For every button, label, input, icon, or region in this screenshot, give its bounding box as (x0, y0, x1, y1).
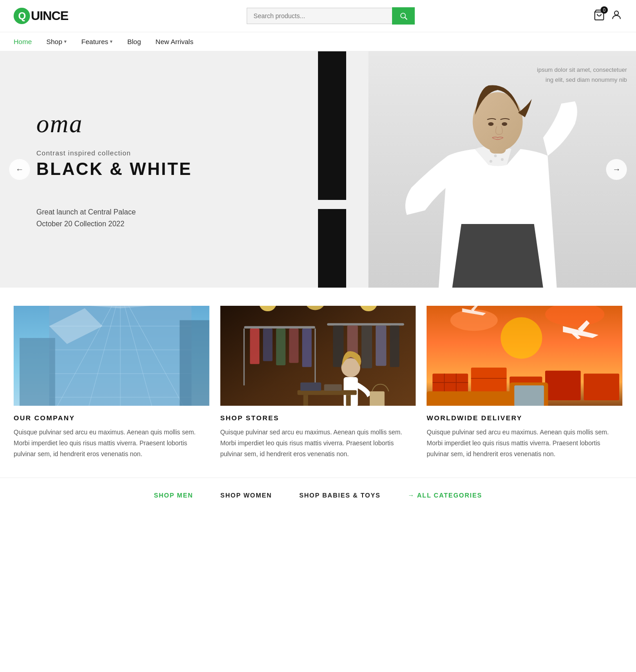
svg-rect-63 (545, 371, 581, 400)
nav-item-home[interactable]: Home (14, 38, 32, 45)
nav-item-new-arrivals[interactable]: New Arrivals (155, 38, 193, 45)
svg-rect-39 (276, 329, 285, 365)
info-card-stores: SHOP STORES Quisque pulvinar sed arcu eu… (220, 306, 416, 459)
building-illustration (14, 306, 209, 406)
search-icon (399, 12, 407, 20)
stores-text: Quisque pulvinar sed arcu eu maximus. Ae… (220, 427, 416, 459)
svg-point-6 (501, 158, 503, 161)
svg-rect-26 (179, 320, 209, 406)
svg-rect-53 (346, 395, 350, 406)
hero-bar-short (318, 209, 346, 288)
svg-rect-64 (584, 373, 619, 400)
info-card-company: OUR COMPANY Quisque pulvinar sed arcu eu… (14, 306, 209, 459)
delivery-title: WORLDWIDE DELIVERY (427, 414, 622, 422)
svg-rect-54 (300, 383, 321, 391)
shop-illustration (220, 306, 416, 406)
search-bar (247, 7, 415, 25)
company-image (14, 306, 209, 406)
svg-rect-51 (297, 390, 357, 395)
stores-image (220, 306, 416, 406)
nav-item-blog[interactable]: Blog (127, 38, 141, 45)
main-nav: Home Shop ▾ Features ▾ Blog New Arrivals (0, 32, 636, 51)
svg-point-7 (489, 160, 492, 163)
search-button[interactable] (392, 7, 415, 25)
footer-nav-shop-men[interactable]: SHOP MEN (154, 492, 193, 499)
hero-title: BLACK & WHITE (36, 159, 259, 179)
footer-nav-shop-babies[interactable]: SHOP BABIES & TOYS (299, 492, 381, 499)
site-header: Q UINCE 0 (0, 0, 636, 32)
svg-rect-47 (390, 325, 399, 367)
svg-rect-52 (303, 395, 308, 406)
info-card-delivery: WORLDWIDE DELIVERY Quisque pulvinar sed … (427, 306, 622, 459)
logo-text: UINCE (31, 9, 68, 23)
svg-rect-34 (244, 326, 315, 329)
svg-rect-38 (263, 329, 273, 361)
hero-launch-line2: October 20 Collection 2022 (36, 218, 259, 230)
hero-model-area: ipsum dolor sit amet, consectetuer ing e… (368, 51, 636, 288)
nav-links: Home Shop ▾ Features ▾ Blog New Arrivals (14, 38, 194, 45)
account-button[interactable] (611, 9, 622, 23)
hero-script-text: oma (36, 109, 259, 138)
user-icon (611, 9, 622, 21)
svg-rect-50 (370, 391, 385, 406)
footer-nav-shop-women[interactable]: SHOP WOMEN (220, 492, 272, 499)
hero-content: oma Contrast inspired collection BLACK &… (0, 51, 296, 288)
svg-rect-42 (327, 323, 404, 325)
svg-rect-45 (361, 325, 372, 368)
footer-nav: SHOP MEN SHOP WOMEN SHOP BABIES & TOYS →… (0, 478, 636, 513)
delivery-text: Quisque pulvinar sed arcu eu maximus. Ae… (427, 427, 622, 459)
hero-launch-line1: Great launch at Central Palace (36, 206, 259, 218)
hero-prev-button[interactable]: ← (9, 159, 30, 180)
hero-launch-info: Great launch at Central Palace October 2… (36, 206, 259, 229)
svg-rect-25 (20, 338, 55, 406)
header-icons: 0 (593, 9, 622, 23)
svg-rect-71 (514, 385, 544, 406)
svg-point-10 (488, 122, 493, 126)
svg-line-1 (405, 17, 407, 19)
svg-rect-43 (333, 325, 343, 367)
chevron-down-icon: ▾ (110, 39, 113, 45)
cart-badge: 0 (601, 6, 608, 14)
svg-rect-46 (376, 325, 386, 366)
svg-rect-40 (289, 329, 298, 363)
hero-decoration (296, 51, 368, 288)
svg-rect-37 (250, 329, 259, 364)
hero-overlay-text: ipsum dolor sit amet, consectetuer ing e… (537, 65, 627, 85)
svg-rect-55 (324, 384, 342, 391)
hero-bar-tall (318, 51, 346, 200)
company-text: Quisque pulvinar sed arcu eu maximus. Ae… (14, 427, 209, 459)
delivery-illustration (427, 306, 622, 406)
chevron-down-icon: ▾ (64, 39, 67, 45)
logo-q: Q (14, 8, 30, 24)
company-title: OUR COMPANY (14, 414, 209, 422)
delivery-image (427, 306, 622, 406)
footer-nav-all-categories[interactable]: → All Categories (408, 492, 482, 499)
model-illustration (368, 51, 636, 288)
cart-button[interactable]: 0 (593, 9, 605, 23)
svg-rect-41 (302, 329, 312, 367)
logo[interactable]: Q UINCE (14, 8, 68, 24)
svg-point-5 (494, 154, 497, 157)
svg-point-11 (502, 122, 507, 126)
svg-point-3 (615, 11, 619, 15)
hero-subtitle: Contrast inspired collection (36, 149, 259, 157)
nav-item-features[interactable]: Features ▾ (81, 38, 113, 45)
nav-item-shop[interactable]: Shop ▾ (46, 38, 67, 45)
svg-point-57 (501, 317, 542, 358)
hero-next-button[interactable]: → (606, 159, 627, 180)
stores-title: SHOP STORES (220, 414, 416, 422)
info-section: OUR COMPANY Quisque pulvinar sed arcu eu… (0, 288, 636, 478)
search-input[interactable] (247, 8, 392, 24)
hero-section: ← oma Contrast inspired collection BLACK… (0, 51, 636, 288)
